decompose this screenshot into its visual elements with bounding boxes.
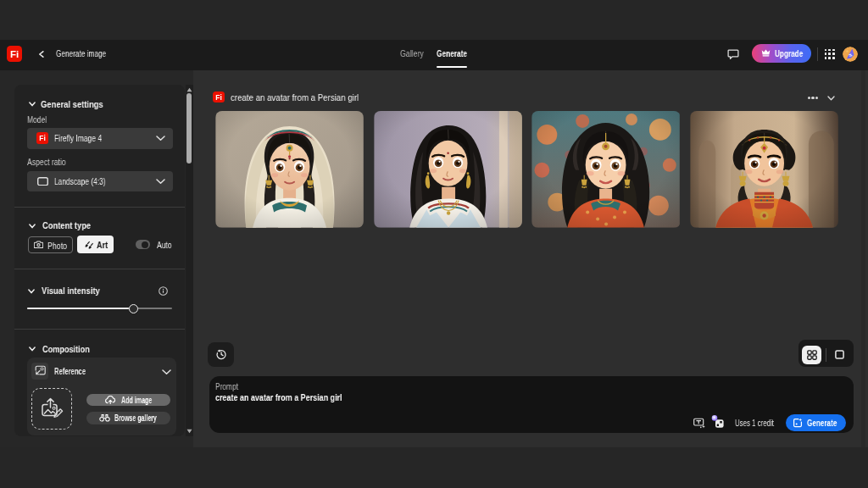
chat-feedback-icon[interactable] — [727, 48, 739, 60]
prompt-input-value[interactable]: create an avatar from a Persian girl — [215, 393, 342, 403]
art-button[interactable]: Art — [77, 236, 114, 253]
upload-dropzone[interactable] — [31, 388, 72, 430]
art-label: Art — [97, 241, 108, 250]
chevron-down-icon[interactable] — [29, 102, 36, 107]
auto-toggle[interactable] — [136, 240, 150, 249]
view-toggle-divider — [826, 348, 826, 362]
aspect-ratio-value: Landscape (4:3) — [54, 177, 106, 186]
generated-image-2[interactable] — [374, 111, 522, 228]
chevron-down-icon — [156, 136, 165, 141]
history-icon — [215, 348, 227, 360]
section-visual-intensity[interactable]: Visual intensity — [42, 286, 100, 296]
section-composition[interactable]: Composition — [42, 345, 90, 354]
chevron-down-icon[interactable] — [28, 289, 35, 294]
photo-label: Photo — [47, 241, 67, 251]
add-image-button[interactable]: Add image — [86, 394, 170, 407]
sidebar-scrollbar[interactable] — [186, 85, 194, 436]
visual-intensity-slider-fill — [27, 308, 129, 309]
generate-button[interactable]: Generate — [786, 414, 847, 432]
avatar[interactable] — [843, 47, 858, 62]
header-divider — [817, 47, 818, 61]
composition-card: Reference Add image — [27, 358, 176, 435]
upload-image-icon — [38, 395, 65, 422]
model-value: Firefly Image 4 — [54, 134, 102, 143]
single-view-button[interactable] — [831, 346, 849, 364]
divider — [14, 269, 185, 269]
reference-value[interactable]: Reference — [54, 367, 86, 376]
browse-gallery-button[interactable]: Browse gallery — [86, 412, 170, 424]
generate-label: Generate — [807, 419, 837, 428]
collapse-chevron-icon[interactable] — [827, 96, 835, 101]
chevron-down-icon[interactable] — [29, 224, 36, 229]
history-button[interactable] — [208, 342, 234, 367]
add-image-label: Add image — [121, 396, 152, 405]
firefly-result-icon: Fi — [213, 92, 225, 103]
firefly-model-icon: Fi — [36, 132, 48, 144]
result-prompt-text: create an avatar from a Persian girl — [231, 93, 359, 103]
bottom-band — [0, 447, 868, 488]
camera-icon — [34, 241, 43, 249]
aspect-ratio-select[interactable]: Landscape (4:3) — [27, 171, 173, 191]
scrollbar-thumb[interactable] — [186, 93, 192, 164]
app-root: Fi Generate image Gallery Generate Upgra… — [0, 0, 868, 488]
binoculars-icon — [99, 413, 110, 422]
grid-view-icon — [807, 350, 817, 360]
scroll-down-icon[interactable] — [186, 429, 192, 434]
reference-image-icon — [34, 365, 46, 376]
text-settings-icon[interactable] — [693, 417, 705, 429]
firefly-logo[interactable]: Fi — [7, 46, 22, 62]
back-chevron-icon[interactable] — [38, 51, 44, 58]
apps-grid-icon[interactable] — [825, 49, 836, 60]
generated-image-1[interactable] — [215, 111, 364, 228]
reference-icon-box — [31, 363, 48, 380]
upgrade-label: Upgrade — [775, 49, 803, 58]
prompt-label: Prompt — [215, 383, 238, 391]
photo-button[interactable]: Photo — [28, 236, 73, 253]
auto-label: Auto — [157, 241, 172, 250]
model-label: Model — [27, 115, 47, 125]
page-scrollbar[interactable] — [861, 70, 865, 447]
top-band — [0, 0, 868, 40]
page-title: Generate image — [56, 49, 106, 58]
section-content-type[interactable]: Content type — [42, 221, 91, 230]
info-icon[interactable] — [159, 286, 168, 296]
visual-intensity-slider-knob[interactable] — [129, 304, 138, 313]
prompt-box[interactable]: Prompt create an avatar from a Persian g… — [209, 376, 854, 433]
divider — [14, 207, 185, 208]
credits-icon[interactable] — [711, 414, 724, 430]
model-select[interactable]: Fi Firefly Image 4 — [27, 128, 173, 149]
landscape-rect-icon — [37, 177, 48, 186]
generated-image-3[interactable] — [531, 111, 680, 228]
more-options-icon[interactable] — [808, 97, 818, 99]
toggle-knob — [142, 241, 148, 248]
upgrade-button[interactable]: Upgrade — [752, 44, 811, 63]
generated-image-4[interactable] — [690, 111, 838, 228]
single-view-icon — [835, 350, 844, 359]
grid-view-button[interactable] — [802, 346, 821, 364]
paintbrush-icon — [84, 240, 94, 250]
chevron-down-icon[interactable] — [162, 369, 171, 375]
generate-icon — [793, 418, 803, 428]
cloud-upload-icon — [105, 396, 116, 404]
tab-gallery[interactable]: Gallery — [400, 49, 424, 58]
credits-label: Uses 1 credit — [735, 419, 774, 428]
aspect-ratio-label: Aspect ratio — [27, 158, 66, 167]
tab-generate[interactable]: Generate — [437, 49, 467, 58]
section-general-settings[interactable]: General settings — [41, 100, 103, 109]
chevron-down-icon — [156, 179, 165, 185]
divider — [14, 329, 185, 330]
browse-gallery-label: Browse gallery — [114, 414, 157, 423]
view-toggle — [798, 340, 854, 367]
chevron-down-icon[interactable] — [29, 347, 36, 352]
crown-icon — [761, 49, 771, 57]
scroll-up-icon[interactable] — [186, 87, 192, 92]
tab-underline — [437, 66, 468, 68]
